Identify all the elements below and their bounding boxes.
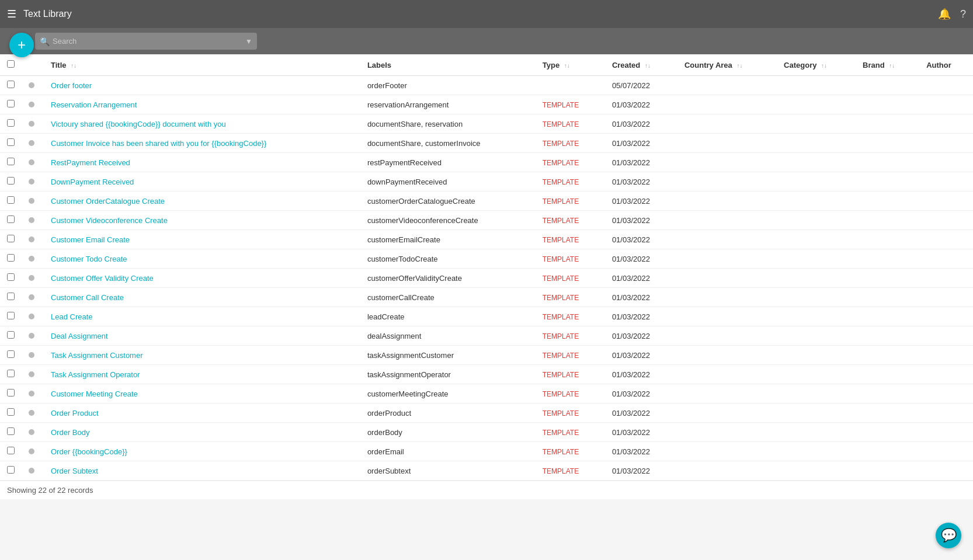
row-title-link[interactable]: Customer Email Create bbox=[51, 235, 130, 244]
row-title-link[interactable]: Customer Offer Validity Create bbox=[51, 274, 154, 283]
row-checkbox-18[interactable] bbox=[7, 427, 15, 435]
row-checkbox-cell[interactable] bbox=[0, 326, 22, 346]
row-category-cell bbox=[777, 76, 856, 95]
row-labels-cell: taskAssignmentOperator bbox=[360, 365, 536, 384]
row-title-link[interactable]: Customer Videoconference Create bbox=[51, 216, 168, 225]
brand-sort-icon[interactable]: ↑↓ bbox=[889, 62, 895, 69]
search-input[interactable] bbox=[35, 33, 257, 50]
created-column-header[interactable]: Created ↑↓ bbox=[605, 54, 677, 76]
row-title-link[interactable]: DownPayment Received bbox=[51, 178, 134, 186]
row-checkbox-8[interactable] bbox=[7, 235, 15, 242]
row-title-link[interactable]: Order Body bbox=[51, 428, 89, 437]
row-checkbox-cell[interactable] bbox=[0, 384, 22, 404]
menu-icon[interactable]: ☰ bbox=[7, 8, 16, 20]
row-title-link[interactable]: RestPayment Received bbox=[51, 158, 130, 167]
search-bar-area: 🔍 ▼ bbox=[0, 28, 973, 54]
status-dot bbox=[29, 352, 34, 358]
row-checkbox-cell[interactable] bbox=[0, 307, 22, 326]
type-column-header[interactable]: Type ↑↓ bbox=[536, 54, 605, 76]
row-country-area-cell bbox=[677, 442, 777, 461]
row-checkbox-cell[interactable] bbox=[0, 172, 22, 192]
help-icon[interactable]: ? bbox=[960, 8, 966, 20]
row-checkbox-cell[interactable] bbox=[0, 211, 22, 230]
country-area-column-header[interactable]: Country Area ↑↓ bbox=[677, 54, 777, 76]
row-checkbox-12[interactable] bbox=[7, 312, 15, 319]
row-checkbox-5[interactable] bbox=[7, 177, 15, 185]
row-checkbox-cell[interactable] bbox=[0, 134, 22, 153]
add-button[interactable]: + bbox=[9, 33, 34, 57]
row-title-cell: Customer OrderCatalogue Create bbox=[44, 192, 360, 211]
row-brand-cell bbox=[856, 249, 919, 269]
row-checkbox-9[interactable] bbox=[7, 254, 15, 262]
status-dot bbox=[29, 217, 34, 223]
row-checkbox-cell[interactable] bbox=[0, 153, 22, 172]
row-author-cell bbox=[919, 326, 973, 346]
row-checkbox-cell[interactable] bbox=[0, 192, 22, 211]
row-title-link[interactable]: Customer Call Create bbox=[51, 293, 124, 302]
row-checkbox-cell[interactable] bbox=[0, 249, 22, 269]
row-checkbox-2[interactable] bbox=[7, 119, 15, 127]
row-checkbox-10[interactable] bbox=[7, 273, 15, 281]
type-sort-icon[interactable]: ↑↓ bbox=[564, 62, 570, 69]
row-checkbox-cell[interactable] bbox=[0, 346, 22, 365]
row-created-cell: 01/03/2022 bbox=[605, 114, 677, 134]
type-badge: TEMPLATE bbox=[543, 178, 579, 186]
row-title-link[interactable]: Lead Create bbox=[51, 312, 93, 321]
row-title-link[interactable]: Victoury shared {{bookingCode}} document… bbox=[51, 120, 226, 128]
row-labels-cell: orderEmail bbox=[360, 442, 536, 461]
notification-icon[interactable]: 🔔 bbox=[938, 8, 951, 20]
row-checkbox-cell[interactable] bbox=[0, 114, 22, 134]
select-all-checkbox[interactable] bbox=[7, 60, 15, 68]
chevron-down-icon[interactable]: ▼ bbox=[245, 37, 252, 46]
row-checkbox-1[interactable] bbox=[7, 100, 15, 107]
row-title-link[interactable]: Task Assignment Operator bbox=[51, 370, 140, 379]
row-checkbox-cell[interactable] bbox=[0, 442, 22, 461]
row-title-link[interactable]: Order Subtext bbox=[51, 467, 98, 475]
row-checkbox-cell[interactable] bbox=[0, 230, 22, 249]
row-title-link[interactable]: Customer Meeting Create bbox=[51, 389, 138, 398]
row-checkbox-cell[interactable] bbox=[0, 365, 22, 384]
row-title-link[interactable]: Reservation Arrangement bbox=[51, 100, 137, 109]
select-all-checkbox-cell[interactable] bbox=[0, 54, 22, 76]
row-checkbox-3[interactable] bbox=[7, 138, 15, 146]
row-title-link[interactable]: Customer OrderCatalogue Create bbox=[51, 197, 165, 206]
row-country-area-cell bbox=[677, 404, 777, 423]
row-checkbox-cell[interactable] bbox=[0, 288, 22, 307]
row-title-link[interactable]: Order footer bbox=[51, 81, 92, 90]
row-title-link[interactable]: Customer Todo Create bbox=[51, 255, 127, 263]
row-title-link[interactable]: Deal Assignment bbox=[51, 332, 108, 340]
row-title-link[interactable]: Order Product bbox=[51, 409, 99, 418]
row-title-link[interactable]: Task Assignment Customer bbox=[51, 351, 143, 360]
row-checkbox-14[interactable] bbox=[7, 350, 15, 358]
row-checkbox-4[interactable] bbox=[7, 158, 15, 165]
row-checkbox-cell[interactable] bbox=[0, 423, 22, 442]
row-title-link[interactable]: Customer Invoice has been shared with yo… bbox=[51, 139, 266, 148]
row-checkbox-cell[interactable] bbox=[0, 95, 22, 114]
row-checkbox-17[interactable] bbox=[7, 408, 15, 416]
row-checkbox-cell[interactable] bbox=[0, 269, 22, 288]
title-column-header[interactable]: Title ↑↓ bbox=[44, 54, 360, 76]
row-created-cell: 01/03/2022 bbox=[605, 384, 677, 404]
row-checkbox-13[interactable] bbox=[7, 331, 15, 339]
category-sort-icon[interactable]: ↑↓ bbox=[821, 62, 827, 69]
row-checkbox-15[interactable] bbox=[7, 370, 15, 377]
table-row: Customer Call Create customerCallCreate … bbox=[0, 288, 973, 307]
row-checkbox-cell[interactable] bbox=[0, 404, 22, 423]
row-checkbox-cell[interactable] bbox=[0, 461, 22, 481]
row-checkbox-cell[interactable] bbox=[0, 76, 22, 95]
row-checkbox-6[interactable] bbox=[7, 196, 15, 204]
title-sort-icon[interactable]: ↑↓ bbox=[71, 62, 77, 69]
row-checkbox-11[interactable] bbox=[7, 293, 15, 300]
row-title-link[interactable]: Order {{bookingCode}} bbox=[51, 447, 127, 456]
country-area-sort-icon[interactable]: ↑↓ bbox=[736, 62, 742, 69]
row-checkbox-19[interactable] bbox=[7, 447, 15, 454]
row-checkbox-16[interactable] bbox=[7, 389, 15, 396]
row-checkbox-20[interactable] bbox=[7, 466, 15, 474]
row-author-cell bbox=[919, 211, 973, 230]
created-sort-icon[interactable]: ↑↓ bbox=[645, 62, 651, 69]
category-column-header[interactable]: Category ↑↓ bbox=[777, 54, 856, 76]
row-country-area-cell bbox=[677, 346, 777, 365]
row-checkbox-0[interactable] bbox=[7, 81, 15, 88]
brand-column-header[interactable]: Brand ↑↓ bbox=[856, 54, 919, 76]
row-checkbox-7[interactable] bbox=[7, 215, 15, 223]
